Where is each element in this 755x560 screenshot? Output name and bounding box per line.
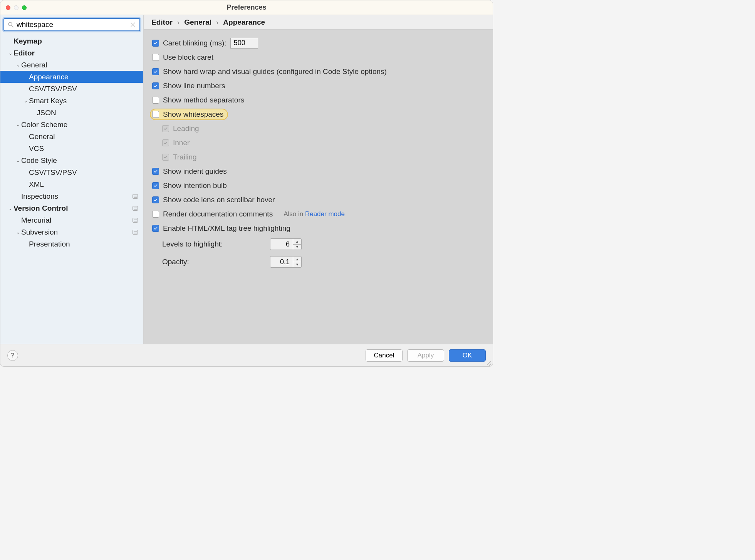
setting-opacity: Opacity: ▲ ▼ (152, 253, 484, 271)
tree-item-label: General (29, 132, 138, 141)
tree-item[interactable]: ⌄Version Control (0, 202, 143, 214)
ws-trailing-label: Trailing (173, 153, 197, 161)
show-method-separators-checkbox[interactable] (152, 97, 159, 104)
tree-item-label: Smart Keys (29, 97, 138, 105)
tree-item[interactable]: General (0, 131, 143, 143)
reader-mode-link[interactable]: Reader mode (305, 210, 345, 218)
enable-tag-tree-checkbox[interactable] (152, 225, 159, 232)
chevron-down-icon[interactable]: ⌄ (15, 122, 21, 128)
chevron-down-icon[interactable]: ⌄ (15, 158, 21, 164)
setting-show-whitespaces: Show whitespaces (152, 107, 484, 121)
opacity-spinner[interactable]: ▲ ▼ (270, 256, 302, 268)
tree-item[interactable]: CSV/TSV/PSV (0, 166, 143, 178)
tree-item[interactable]: Keymap (0, 35, 143, 47)
levels-input[interactable] (270, 239, 293, 250)
chevron-down-icon[interactable]: ⌄ (15, 62, 21, 68)
zoom-window-icon[interactable] (22, 5, 27, 10)
setting-show-code-lens: Show code lens on scrollbar hover (152, 193, 484, 207)
show-indent-guides-checkbox[interactable] (152, 168, 159, 175)
search-icon (7, 21, 14, 28)
tree-item-label: Color Scheme (21, 121, 138, 129)
tree-item-label: Subversion (21, 228, 129, 236)
show-hard-wrap-label: Show hard wrap and visual guides (config… (163, 67, 387, 76)
opacity-input[interactable] (270, 257, 293, 267)
ok-button[interactable]: OK (449, 349, 486, 362)
tree-item[interactable]: ⌄Editor (0, 47, 143, 59)
use-block-caret-checkbox[interactable] (152, 54, 159, 61)
tree-item[interactable]: VCS (0, 143, 143, 154)
dialog-footer: ? Cancel Apply OK (0, 344, 493, 366)
settings-tree[interactable]: Keymap⌄Editor⌄GeneralAppearanceCSV/TSV/P… (0, 34, 143, 344)
tree-item[interactable]: Presentation (0, 238, 143, 250)
apply-button[interactable]: Apply (407, 349, 444, 362)
caret-blinking-checkbox[interactable] (152, 40, 159, 47)
search-input[interactable] (17, 20, 129, 29)
ws-trailing-checkbox (162, 154, 169, 161)
tree-item-label: Inspections (21, 192, 129, 201)
scope-icon (133, 194, 138, 199)
levels-spinner[interactable]: ▲ ▼ (270, 238, 302, 250)
spinner-up-icon[interactable]: ▲ (293, 257, 301, 262)
setting-use-block-caret: Use block caret (152, 50, 484, 64)
tree-item-label: CSV/TSV/PSV (29, 168, 138, 177)
chevron-down-icon[interactable]: ⌄ (15, 229, 21, 235)
show-whitespaces-checkbox[interactable] (152, 111, 159, 118)
tree-item[interactable]: Inspections (0, 190, 143, 202)
spinner-down-icon[interactable]: ▼ (293, 262, 301, 268)
setting-show-method-separators: Show method separators (152, 93, 484, 107)
search-input-wrapper[interactable] (3, 18, 140, 31)
setting-levels: Levels to highlight: ▲ ▼ (152, 235, 484, 253)
breadcrumb-item[interactable]: Appearance (223, 18, 265, 27)
tree-item[interactable]: ⌄General (0, 59, 143, 71)
use-block-caret-label: Use block caret (163, 53, 213, 62)
tree-item-label: Editor (13, 49, 138, 57)
spinner-down-icon[interactable]: ▼ (293, 245, 301, 250)
minimize-window-icon[interactable] (14, 5, 18, 10)
show-hard-wrap-checkbox[interactable] (152, 68, 159, 75)
tree-item-label: CSV/TSV/PSV (29, 85, 138, 93)
tree-item[interactable]: JSON (0, 107, 143, 119)
tree-item[interactable]: Appearance (0, 71, 143, 83)
show-intention-bulb-checkbox[interactable] (152, 182, 159, 189)
tree-item[interactable]: ⌄Code Style (0, 154, 143, 166)
tree-item-label: Appearance (29, 73, 138, 81)
main-pane: Editor › General › Appearance Caret blin… (144, 15, 493, 344)
setting-ws-trailing: Trailing (152, 150, 484, 164)
chevron-down-icon[interactable]: ⌄ (7, 50, 13, 56)
caret-blinking-input[interactable] (230, 38, 258, 49)
ws-inner-label: Inner (173, 139, 190, 147)
cancel-button[interactable]: Cancel (366, 349, 403, 362)
levels-label: Levels to highlight: (162, 240, 270, 248)
enable-tag-tree-label: Enable HTML/XML tag tree highlighting (163, 224, 290, 233)
tree-item[interactable]: Mercurial (0, 214, 143, 226)
chevron-down-icon[interactable]: ⌄ (23, 98, 29, 104)
tree-item-label: Keymap (13, 37, 138, 45)
tree-item[interactable]: XML (0, 178, 143, 190)
help-button[interactable]: ? (7, 350, 18, 361)
setting-ws-leading: Leading (152, 121, 484, 136)
chevron-down-icon[interactable]: ⌄ (7, 205, 13, 211)
breadcrumb-item[interactable]: General (184, 18, 211, 27)
show-line-numbers-checkbox[interactable] (152, 82, 159, 89)
chevron-right-icon: › (177, 18, 180, 27)
ws-leading-label: Leading (173, 124, 199, 133)
tree-item[interactable]: ⌄Color Scheme (0, 119, 143, 131)
setting-show-intention-bulb: Show intention bulb (152, 178, 484, 193)
resize-grip-icon[interactable] (486, 359, 491, 365)
show-intention-bulb-label: Show intention bulb (163, 181, 227, 190)
scope-icon (133, 230, 138, 235)
clear-search-icon[interactable] (129, 21, 136, 28)
show-code-lens-checkbox[interactable] (152, 196, 159, 203)
tree-item[interactable]: ⌄Subversion (0, 226, 143, 238)
spinner-up-icon[interactable]: ▲ (293, 239, 301, 245)
close-window-icon[interactable] (6, 5, 10, 10)
tree-item-label: Code Style (21, 156, 138, 165)
tree-item-label: Version Control (13, 204, 129, 213)
render-doc-comments-checkbox[interactable] (152, 211, 159, 218)
tree-item-label: JSON (37, 109, 138, 117)
settings-content: Caret blinking (ms): Use block caret Sho… (144, 30, 493, 344)
tree-item[interactable]: CSV/TSV/PSV (0, 83, 143, 95)
tree-item[interactable]: ⌄Smart Keys (0, 95, 143, 107)
caret-blinking-label: Caret blinking (ms): (163, 39, 226, 47)
breadcrumb-item[interactable]: Editor (151, 18, 173, 27)
